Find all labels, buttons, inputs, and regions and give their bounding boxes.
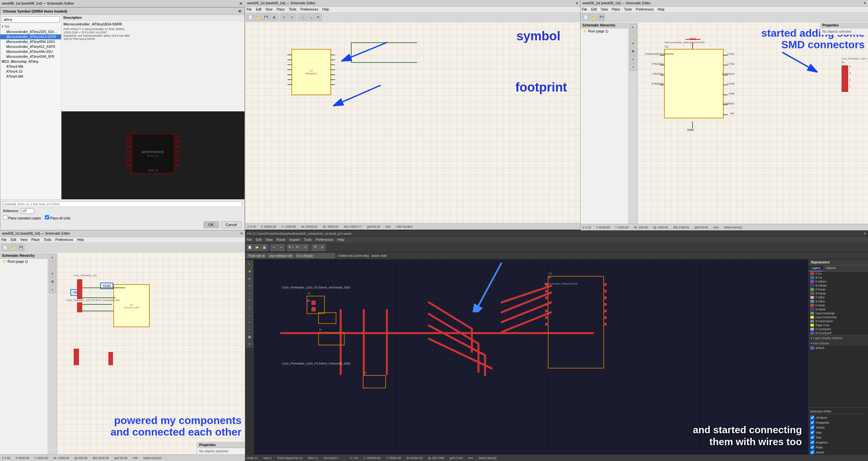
tb-zoom-in[interactable]: 🔍 [299, 13, 306, 21]
tab-objects[interactable]: Objects [823, 265, 839, 271]
layer-bmask[interactable]: B.Mask [809, 307, 868, 311]
layer-fmask[interactable]: F.Mask [809, 303, 868, 307]
top-center-close[interactable]: ✕ [576, 1, 578, 5]
layer-bcourtyard[interactable]: B.Courtyard [809, 331, 868, 335]
filter-pads[interactable]: Pads [810, 445, 867, 450]
close-btn-tl[interactable]: ✕ [239, 1, 243, 6]
tr-menu-file[interactable]: File [582, 8, 587, 11]
bl-tb-open[interactable]: 📂 [9, 244, 17, 251]
bl-side-cursor[interactable]: ↖ [49, 254, 56, 262]
layer-select[interactable] [296, 253, 335, 258]
pcb-side-line[interactable]: ╱ [246, 304, 253, 311]
filter-vias[interactable]: Vias [810, 430, 867, 435]
bl-side-power[interactable]: ⏚ [49, 286, 56, 293]
tr-tb-new[interactable]: 📄 [582, 13, 589, 21]
pcb-menu-help[interactable]: Help [337, 238, 344, 242]
place-repeated-label[interactable]: Place repeated copies [3, 215, 41, 220]
pcb-tb-update[interactable]: ⟳ [319, 244, 326, 251]
reference-input[interactable] [21, 208, 34, 214]
layer-fpaste[interactable]: F.Paste [809, 287, 868, 291]
filter-text[interactable]: Text [810, 435, 867, 440]
tree-item-attiny2325[interactable]: Microcontroller_ATtiny2325_SOIC-20 [0, 29, 61, 34]
pcb-side-measure[interactable]: ↔ [246, 326, 253, 333]
pcb-side-grid[interactable]: # [246, 341, 253, 347]
pcb-side-cursor[interactable]: ↖ [246, 261, 253, 267]
filter-tracks-checkbox[interactable] [810, 425, 814, 430]
bl-menu-tools[interactable]: Tools [43, 238, 51, 242]
bl-menu-place[interactable]: Place [31, 238, 40, 242]
cancel-button[interactable]: Cancel [221, 221, 242, 228]
pcb-tb-save[interactable]: 💾 [261, 244, 268, 251]
menu-prefs[interactable]: Preferences [300, 8, 318, 11]
tree-attiny5-ma[interactable]: ATtiny5-MA [0, 74, 61, 79]
tr-menu-tools[interactable]: Tools [624, 8, 632, 11]
net-class-default[interactable]: default [809, 346, 868, 350]
pcb-menu-file[interactable]: File [247, 238, 252, 242]
bl-menu-file[interactable]: File [1, 238, 7, 242]
layer-badhes[interactable]: B.Adhes [809, 283, 868, 287]
tr-menu-view[interactable]: View [601, 8, 608, 11]
ok-button[interactable]: OK [204, 221, 219, 228]
tb-new[interactable]: 📄 [247, 13, 254, 21]
pcb-side-via[interactable]: ◎ [246, 275, 253, 282]
pcb-tb-zoom-out[interactable]: 🔍- [295, 244, 301, 251]
schematic-canvas-tl[interactable]: U? ATtiny1614 [245, 23, 580, 223]
pcb-canvas[interactable]: J3 J4 J2 U1 [254, 259, 868, 461]
filter-graphics[interactable]: Graphics [810, 440, 867, 445]
tb-redo[interactable]: ↪ [288, 13, 296, 21]
filter-vias-checkbox[interactable] [810, 430, 814, 435]
filter-footprints-checkbox[interactable] [810, 420, 814, 425]
side-wire[interactable]: ⚡ [629, 32, 637, 39]
bl-side-wire[interactable]: ⚡ [49, 262, 56, 269]
menu-file[interactable]: File [247, 8, 252, 11]
filter-all-checkbox[interactable] [810, 416, 814, 420]
layer-fcu[interactable]: F.Cu [809, 272, 868, 276]
bl-menu-edit[interactable]: Edit [10, 238, 16, 242]
tb-zoom-out[interactable]: 🔍 [307, 13, 314, 21]
tr-menu-prefs[interactable]: Preferences [636, 8, 654, 11]
tree-item-attiny1614[interactable]: Microcontroller_ATtiny1614-SSFR [0, 34, 61, 39]
schematic-canvas-bl[interactable]: +3.3V +5V U1 ATtiny1614-SSFR [57, 253, 245, 454]
pcb-tb-inspect[interactable]: 🔎 [312, 244, 318, 251]
bl-tb-new[interactable]: 📄 [1, 244, 8, 251]
pcb-tb-open[interactable]: 📂 [254, 244, 260, 251]
filter-zones[interactable]: Zones [810, 450, 867, 455]
pcb-side-text[interactable]: T [246, 297, 253, 304]
layer-user-draw[interactable]: User.Drawings [809, 311, 868, 315]
tree-item-attiny412[interactable]: Microcontroller_ATtiny412_SSFR [0, 44, 61, 49]
pcb-tb-zoom-fit[interactable]: ⊡ [302, 244, 309, 251]
layer-bcu[interactable]: B.Cu [809, 276, 868, 280]
schematic-canvas-tr[interactable]: VCC U1 Microcontroller_ATtiny1614-SSFR 9… [638, 23, 868, 224]
menu-place[interactable]: Place [277, 8, 285, 11]
filter-zones-checkbox[interactable] [810, 450, 814, 454]
bl-close[interactable]: ✕ [240, 232, 243, 235]
top-right-close[interactable]: ✕ [863, 1, 866, 5]
layer-bsilks[interactable]: B.SilkS [809, 299, 868, 303]
layer-fadhes[interactable]: F.Adhes [809, 280, 868, 283]
pcb-side-pad[interactable]: ▪ [246, 290, 253, 297]
pcb-menu-view[interactable]: View [265, 238, 273, 242]
filter-graphics-checkbox[interactable] [810, 440, 814, 444]
pcb-tb-new[interactable]: 📄 [247, 244, 253, 251]
tree-attiny4-1s[interactable]: ATtiny4-1S [0, 69, 61, 74]
tb-undo[interactable]: ↩ [281, 13, 288, 21]
layer-user-comm[interactable]: User.Comments [809, 315, 868, 319]
tr-menu-help[interactable]: Help [657, 8, 664, 11]
layer-fsilks[interactable]: F.SilkS [809, 296, 868, 299]
filter-pads-checkbox[interactable] [810, 445, 814, 450]
tr-tb-open[interactable]: 📂 [590, 13, 597, 21]
dialog-close-icon[interactable]: ✕ [238, 8, 242, 14]
tr-menu-edit[interactable]: Edit [591, 8, 597, 11]
hierarchy-root-tr[interactable]: 📁 Root (page 1) [581, 28, 628, 34]
layer-bfab[interactable]: B.Fabrication [809, 319, 868, 323]
pcb-side-zone[interactable]: ▦ [246, 333, 253, 340]
filter-text-checkbox[interactable] [810, 435, 814, 439]
tree-attiny4-ma[interactable]: ATtiny4-MA [0, 64, 61, 69]
place-repeated-checkbox[interactable] [3, 215, 7, 219]
track-width-label[interactable] [247, 253, 266, 258]
use-netclass-input[interactable] [268, 253, 294, 258]
filter-all-items[interactable]: All items [810, 415, 867, 420]
bl-side-component[interactable]: ⊞ [49, 278, 56, 285]
tb-save[interactable]: 💾 [262, 13, 270, 21]
pcb-menu-inspect[interactable]: Inspect [289, 238, 300, 242]
